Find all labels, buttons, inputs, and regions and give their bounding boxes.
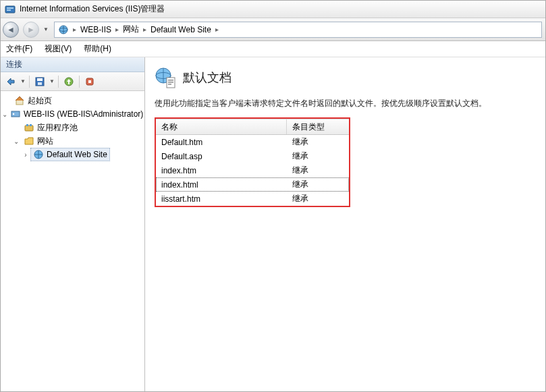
nav-bar: ◄ ► ▼ ▸ WEB-IIS ▸ 网站 ▸ Default Web Site … <box>1 18 545 41</box>
menu-file[interactable]: 文件(F) <box>6 43 32 55</box>
collapse-toggle[interactable]: ⌄ <box>2 111 7 118</box>
feature-title: 默认文档 <box>183 69 231 86</box>
column-type-header[interactable]: 条目类型 <box>287 119 349 134</box>
tree-label: 应用程序池 <box>37 122 78 134</box>
svg-rect-15 <box>26 124 28 126</box>
table-row[interactable]: Default.asp继承 <box>156 149 349 163</box>
cell-type: 继承 <box>287 179 349 190</box>
table-row[interactable]: index.html继承 <box>156 177 349 192</box>
cell-name: index.html <box>156 180 287 190</box>
breadcrumb-site[interactable]: Default Web Site <box>151 25 211 34</box>
table-row[interactable]: iisstart.htm继承 <box>156 192 349 206</box>
cell-name: iisstart.htm <box>156 194 287 204</box>
default-document-icon <box>155 67 176 88</box>
tree-default-site[interactable]: › Default Web Site <box>2 148 143 161</box>
table-row[interactable]: index.htm继承 <box>156 163 349 177</box>
cell-type: 继承 <box>287 136 349 148</box>
chevron-right-icon: ▸ <box>73 26 76 33</box>
connections-tree[interactable]: 起始页 ⌄ WEB-IIS (WEB-IIS\Administrator) 应用… <box>1 91 144 391</box>
connections-panel: 连接 ▼ ▼ 起始页 <box>1 57 145 391</box>
chevron-right-icon: ▸ <box>115 26 119 33</box>
svg-rect-7 <box>38 82 42 85</box>
menu-view[interactable]: 视图(V) <box>45 43 72 55</box>
main-pane: 默认文档 使用此功能指定当客户端未请求特定文件名时返回的默认文件。按优先级顺序设… <box>145 57 545 391</box>
nav-history-dropdown[interactable]: ▼ <box>41 26 51 32</box>
cell-name: Default.asp <box>156 152 287 161</box>
svg-rect-14 <box>25 125 33 131</box>
site-globe-icon <box>33 149 44 160</box>
column-name-header[interactable]: 名称 <box>156 119 287 134</box>
app-pools-icon <box>24 122 34 133</box>
svg-rect-10 <box>88 80 91 83</box>
cell-name: Default.htm <box>156 138 287 147</box>
menu-help[interactable]: 帮助(H) <box>84 43 111 55</box>
feature-header: 默认文档 <box>155 67 536 88</box>
address-bar[interactable]: ▸ WEB-IIS ▸ 网站 ▸ Default Web Site ▸ <box>54 22 542 38</box>
stop-button[interactable] <box>82 74 97 89</box>
tree-label: 网站 <box>37 136 53 147</box>
cell-type: 继承 <box>287 193 349 204</box>
svg-rect-11 <box>16 100 23 105</box>
tree-label: WEB-IIS (WEB-IIS\Administrator) <box>24 109 143 119</box>
iis-app-icon <box>5 4 16 15</box>
tree-sites-node[interactable]: ⌄ 网站 <box>2 134 143 148</box>
cell-type: 继承 <box>287 165 349 176</box>
collapse-toggle[interactable]: ⌄ <box>11 138 21 145</box>
cell-type: 继承 <box>287 150 349 162</box>
svg-rect-22 <box>168 82 173 83</box>
up-button[interactable] <box>61 74 76 89</box>
nav-forward-button[interactable]: ► <box>21 20 41 39</box>
breadcrumb-sites[interactable]: 网站 <box>123 24 139 35</box>
cell-name: index.htm <box>156 166 287 175</box>
server-icon <box>10 109 21 119</box>
connections-toolbar: ▼ ▼ <box>1 72 144 91</box>
table-row[interactable]: Default.htm继承 <box>156 135 349 149</box>
expand-toggle[interactable]: › <box>21 151 30 159</box>
nav-back-button[interactable]: ◄ <box>1 20 21 39</box>
svg-rect-16 <box>30 124 32 126</box>
connect-button[interactable] <box>3 74 18 89</box>
connections-header: 连接 <box>1 57 144 72</box>
tree-start-page[interactable]: 起始页 <box>2 94 143 107</box>
svg-point-13 <box>13 113 15 115</box>
tree-app-pools[interactable]: 应用程序池 <box>2 121 143 134</box>
feature-description: 使用此功能指定当客户端未请求特定文件名时返回的默认文件。按优先级顺序设置默认文档… <box>155 98 536 109</box>
window-title: Internet Information Services (IIS)管理器 <box>20 3 165 15</box>
tree-label: 起始页 <box>28 95 52 107</box>
svg-rect-2 <box>7 9 11 11</box>
menu-bar: 文件(F) 视图(V) 帮助(H) <box>1 41 545 57</box>
svg-rect-21 <box>168 80 173 81</box>
chevron-right-icon: ▸ <box>143 26 146 33</box>
grid-header-row: 名称 条目类型 <box>156 119 349 135</box>
tree-server-node[interactable]: ⌄ WEB-IIS (WEB-IIS\Administrator) <box>2 107 143 121</box>
svg-rect-23 <box>168 84 171 85</box>
sites-folder-icon <box>24 136 34 146</box>
chevron-right-icon: ▸ <box>215 26 219 33</box>
home-icon <box>14 95 25 106</box>
default-documents-grid[interactable]: 名称 条目类型 Default.htm继承Default.asp继承index.… <box>155 117 350 207</box>
svg-rect-6 <box>37 78 43 81</box>
svg-rect-1 <box>7 7 13 9</box>
tree-label: Default Web Site <box>47 150 107 159</box>
connect-dropdown[interactable]: ▼ <box>20 74 26 89</box>
breadcrumb-server[interactable]: WEB-IIS <box>80 25 111 34</box>
save-dropdown[interactable]: ▼ <box>49 74 55 89</box>
globe-server-icon <box>58 24 69 35</box>
title-bar: Internet Information Services (IIS)管理器 <box>1 1 545 18</box>
save-button[interactable] <box>32 74 47 89</box>
